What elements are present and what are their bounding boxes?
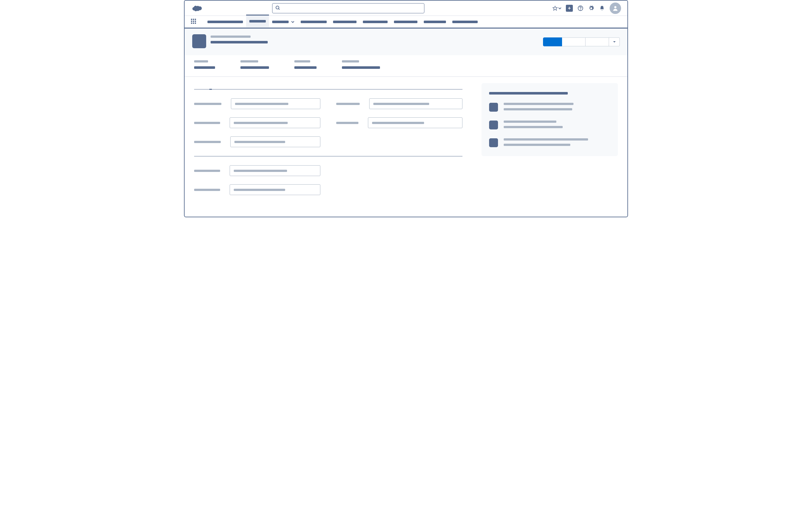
field-input[interactable] xyxy=(369,98,462,109)
field-input[interactable] xyxy=(230,117,321,128)
user-avatar[interactable] xyxy=(610,3,621,14)
nav-bar xyxy=(185,16,627,28)
field-label xyxy=(194,103,221,105)
record-actions xyxy=(543,37,620,46)
field-input[interactable] xyxy=(368,117,462,128)
search-input[interactable] xyxy=(272,3,424,13)
panel-item-subtitle xyxy=(504,144,570,146)
action-button-2[interactable] xyxy=(562,37,586,46)
favorites-button[interactable] xyxy=(553,6,562,11)
field-label xyxy=(194,60,208,62)
section-divider xyxy=(194,156,462,156)
nav-item-4[interactable] xyxy=(330,16,360,28)
panel-item-title xyxy=(504,121,556,123)
field-label xyxy=(294,60,310,62)
nav-item-8[interactable] xyxy=(449,16,481,28)
field-label xyxy=(194,141,221,143)
field-input[interactable] xyxy=(230,184,321,195)
svg-point-4 xyxy=(580,9,581,10)
nav-item-0[interactable] xyxy=(204,16,246,28)
panel-title xyxy=(489,92,568,95)
nav-item-6[interactable] xyxy=(391,16,421,28)
highlight-field-1 xyxy=(240,60,269,69)
svg-line-1 xyxy=(278,9,279,9)
form-row xyxy=(336,117,462,128)
field-input[interactable] xyxy=(231,98,321,109)
panel-item-2[interactable] xyxy=(489,138,610,147)
record-title xyxy=(211,41,268,43)
highlight-field-2 xyxy=(294,60,317,69)
form-row xyxy=(336,98,462,109)
form-row xyxy=(194,165,321,176)
field-value xyxy=(194,66,215,69)
tab-1[interactable] xyxy=(209,85,212,90)
side-panel xyxy=(481,83,618,156)
svg-point-5 xyxy=(614,6,617,8)
highlights-panel xyxy=(185,55,627,77)
field-label xyxy=(194,122,220,124)
highlight-field-0 xyxy=(194,60,215,69)
highlight-field-3 xyxy=(342,60,380,69)
notifications-bell-icon[interactable] xyxy=(599,5,605,11)
field-label xyxy=(194,189,220,191)
form-row xyxy=(194,136,321,147)
global-search xyxy=(272,3,424,13)
field-input[interactable] xyxy=(230,136,321,147)
nav-item-5[interactable] xyxy=(360,16,391,28)
nav-item-1[interactable] xyxy=(246,15,269,27)
global-create-button[interactable]: + xyxy=(566,5,573,12)
action-primary-button[interactable] xyxy=(543,37,562,46)
field-input[interactable] xyxy=(230,165,321,176)
action-button-3[interactable] xyxy=(586,37,609,46)
tab-2[interactable] xyxy=(225,85,227,89)
field-label xyxy=(342,60,359,62)
form-row xyxy=(194,184,321,195)
svg-marker-2 xyxy=(553,6,558,10)
record-body xyxy=(185,77,627,217)
panel-item-1[interactable] xyxy=(489,121,610,129)
nav-item-2[interactable] xyxy=(269,16,297,28)
salesforce-logo[interactable] xyxy=(191,4,202,12)
action-more-dropdown[interactable] xyxy=(609,37,620,46)
search-icon xyxy=(275,5,280,12)
panel-item-subtitle xyxy=(504,108,572,111)
field-label xyxy=(336,103,360,105)
field-value xyxy=(342,66,380,69)
field-label xyxy=(194,170,220,172)
record-type-icon xyxy=(192,34,206,48)
nav-item-7[interactable] xyxy=(421,16,449,28)
header-actions: + xyxy=(553,3,621,14)
record-object-label xyxy=(211,35,250,38)
panel-item-subtitle xyxy=(504,126,563,128)
form-row xyxy=(194,98,321,109)
panel-item-icon xyxy=(489,103,498,112)
panel-item-title xyxy=(504,138,588,141)
setup-gear-icon[interactable] xyxy=(588,5,594,11)
tab-0[interactable] xyxy=(194,85,197,89)
field-value xyxy=(240,66,269,69)
panel-item-icon xyxy=(489,121,498,129)
form-row xyxy=(194,117,321,128)
nav-item-3[interactable] xyxy=(297,16,330,28)
detail-tabs xyxy=(194,83,462,90)
panel-item-title xyxy=(504,103,574,105)
svg-point-0 xyxy=(276,6,279,9)
field-label xyxy=(240,60,258,62)
help-icon[interactable] xyxy=(577,5,584,11)
panel-item-0[interactable] xyxy=(489,103,610,112)
global-header: + xyxy=(185,1,627,16)
field-label xyxy=(336,122,359,124)
record-header xyxy=(185,28,627,55)
app-launcher-icon[interactable] xyxy=(191,19,197,25)
field-value xyxy=(294,66,317,69)
panel-item-icon xyxy=(489,138,498,147)
